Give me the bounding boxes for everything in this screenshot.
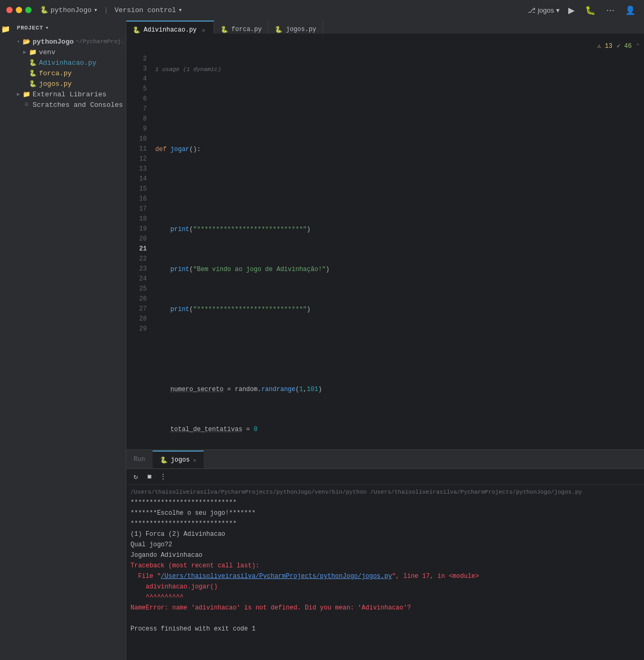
ok-count: ✓ 46 (617, 42, 632, 50)
panel-toolbar: ↻ ■ ⋮ (126, 469, 644, 485)
code-line-8 (153, 345, 644, 355)
tree-label-forca: forca.py (39, 69, 72, 77)
output-line-stars2: **************************** (130, 518, 640, 529)
py-icon-adivinhacao: 🐍 (28, 58, 37, 67)
tab-label-jogos: jogos.py (286, 26, 316, 33)
panel-tabs: Run 🐍 jogos ✕ (126, 450, 644, 469)
traffic-lights (6, 7, 32, 13)
sidebar-item-pythonJogo[interactable]: ▾ 📂 pythonJogo ~/PycharmProj... (11, 36, 126, 47)
output-line-blank (130, 613, 640, 624)
code-body[interactable]: 1 usage (1 dynamic) def jogar(): print("… (153, 34, 644, 449)
folder-icon-venv: 📁 (28, 48, 37, 56)
tree-label-scratches: Scratches and Consoles (33, 101, 123, 109)
titlebar: 🐍 pythonJogo ▾ | Version control ▾ ⎇ jog… (0, 0, 644, 20)
code-line-7: print("****************************") (153, 305, 644, 315)
profile-button[interactable]: 👤 (623, 4, 638, 16)
version-control-label[interactable]: Version control ▾ (115, 6, 183, 14)
output-line-path: /Users/thaisoliveirasilva/PycharmProject… (130, 487, 640, 497)
sidebar-item-adivinhacao[interactable]: ▶ 🐍 Adivinhacao.py (11, 57, 126, 68)
sidebar-header[interactable]: Project ▾ (11, 20, 126, 35)
sidebar: Project ▾ ▾ 📂 pythonJogo ~/PycharmProj..… (11, 20, 126, 660)
output-line-nameerror: NameError: name 'adivinhacao' is not def… (130, 603, 640, 613)
project-label[interactable]: 🐍 pythonJogo ▾ (40, 6, 98, 14)
tree-label-pythonJogo: pythonJogo (33, 38, 74, 46)
sidebar-item-forca[interactable]: ▶ 🐍 forca.py (11, 68, 126, 78)
output-line-stars1: **************************** (130, 497, 640, 508)
collapse-icon[interactable]: ⌃ (636, 42, 640, 50)
editor-info-bar: ⚠ 13 ✓ 46 ⌃ (597, 39, 640, 53)
jogos-tab-label: jogos (171, 456, 190, 464)
line-number-gutter: 2 3 4 5 6 7 8 9 10 11 12 13 14 15 16 17 … (127, 34, 153, 449)
output-line-traceback: Traceback (most recent call last): (130, 561, 640, 571)
py-icon-forca: 🐍 (28, 69, 37, 77)
tab-icon-jogos: 🐍 (275, 26, 283, 34)
tab-label-forca: forca.py (232, 26, 262, 33)
expand-arrow-venv: ▶ (21, 48, 28, 56)
output-line-qual: Qual jogo?2 (130, 539, 640, 550)
minimize-button[interactable] (16, 7, 22, 13)
output-line-carets: ^^^^^^^^^^ (130, 592, 640, 603)
tree-label-ext: External Libraries (33, 91, 106, 98)
sidebar-item-scratches[interactable]: ▶ ≡ Scratches and Consoles (11, 99, 126, 110)
code-line-5: print("****************************") (153, 225, 644, 235)
py-icon-jogos: 🐍 (28, 79, 37, 88)
tree-path-pythonJogo: ~/PycharmProj... (76, 38, 126, 45)
panel-tab-run[interactable]: Run (126, 451, 153, 468)
stop-button[interactable]: ■ (144, 472, 155, 482)
project-header-label: Project (17, 25, 43, 31)
sidebar-item-external-libraries[interactable]: ▶ 📁 External Libraries (11, 89, 126, 99)
code-line-2 (153, 105, 644, 115)
branch-button[interactable]: ⎇ jogos ▾ (528, 6, 560, 14)
tab-close-adivinhacao[interactable]: ✕ (200, 26, 207, 34)
output-line-escolhe: *******Escolhe o seu jogo!******* (130, 508, 640, 518)
titlebar-right: ⎇ jogos ▾ ▶ 🐛 ⋯ 👤 (528, 4, 638, 16)
project-header-dropdown: ▾ (45, 24, 49, 31)
sidebar-item-jogos[interactable]: ▶ 🐍 jogos.py (11, 78, 126, 89)
sidebar-item-venv[interactable]: ▶ 📁 venv (11, 47, 126, 57)
jogos-tab-close[interactable]: ✕ (193, 457, 197, 464)
output-line-options: (1) Forca (2) Adivinhacao (130, 529, 640, 539)
output-line-jogando: Jogando Adivinhacao (130, 550, 640, 561)
more-button[interactable]: ⋯ (604, 4, 617, 16)
code-usage-hint: 1 usage (1 dynamic) (153, 65, 644, 75)
close-button[interactable] (6, 7, 13, 13)
output-line-file: File "/Users/thaisoliveirasilva/PycharmP… (130, 571, 640, 582)
more-panel-button[interactable]: ⋮ (158, 472, 168, 482)
vc-dropdown-icon: ▾ (178, 6, 183, 14)
code-line-6: print("Bem vindo ao jogo de Adivinhação!… (153, 265, 644, 275)
expand-arrow-pythonJogo: ▾ (15, 38, 22, 45)
output-line-process: Process finished with exit code 1 (130, 624, 640, 634)
output-line-adivinhacao-call: adivinhacao.jogar() (130, 582, 640, 592)
scratches-icon: ≡ (22, 101, 31, 109)
titlebar-separator: | (104, 6, 108, 14)
branch-dropdown-icon: ▾ (556, 6, 560, 14)
project-icon: 🐍 (40, 6, 48, 14)
folder-icon-pythonJogo: 📂 (22, 37, 31, 46)
tree-label-jogos: jogos.py (39, 80, 72, 88)
activity-bar: 📁 (0, 20, 11, 660)
jogos-tab-icon: 🐍 (160, 456, 168, 464)
code-line-3: def jogar(): (153, 145, 644, 155)
project-dropdown-icon: ▾ (94, 6, 98, 14)
expand-arrow-ext: ▶ (15, 91, 22, 98)
folder-activity-icon[interactable]: 📁 (1, 24, 10, 34)
run-tab-label: Run (134, 456, 145, 463)
panel-output: /Users/thaisoliveirasilva/PycharmProject… (126, 485, 644, 660)
tab-icon-forca: 🐍 (220, 26, 228, 34)
tree-label-adivinhacao: Adivinhacao.py (39, 59, 96, 67)
run-button[interactable]: ▶ (566, 4, 577, 16)
bottom-panel: Run 🐍 jogos ✕ ↻ ■ ⋮ /Users/thaisoliveira… (126, 449, 644, 660)
tree-label-venv: venv (39, 48, 55, 56)
maximize-button[interactable] (25, 7, 32, 13)
code-line-9: numero_secreto = random.randrange(1,101) (153, 385, 644, 395)
folder-icon-ext: 📁 (22, 90, 31, 98)
sidebar-tree: ▾ 📂 pythonJogo ~/PycharmProj... ▶ 📁 venv… (11, 35, 126, 660)
tab-icon-adivinhacao: 🐍 (133, 26, 140, 34)
code-editor-main[interactable]: 2 3 4 5 6 7 8 9 10 11 12 13 14 15 16 17 … (127, 34, 644, 449)
code-line-4 (153, 185, 644, 195)
refresh-button[interactable]: ↻ (130, 472, 141, 482)
debug-button[interactable]: 🐛 (583, 4, 598, 16)
panel-tab-jogos[interactable]: 🐍 jogos ✕ (153, 451, 204, 468)
branch-icon: ⎇ (528, 6, 536, 14)
warning-count: ⚠ 13 (597, 42, 612, 50)
